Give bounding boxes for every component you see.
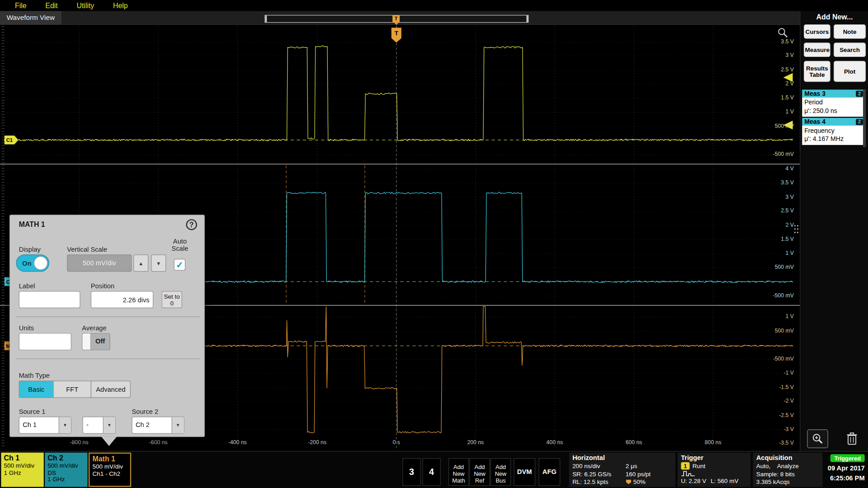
toggle-knob xyxy=(34,256,48,270)
operator-value: - xyxy=(83,417,103,433)
display-toggle[interactable]: On xyxy=(16,254,49,272)
panel-drag-handle[interactable] xyxy=(797,232,798,233)
add-new-search-button[interactable]: Search xyxy=(834,42,866,57)
add-new-note-button[interactable]: Note xyxy=(834,24,866,39)
panel-drag-handle[interactable] xyxy=(794,228,796,230)
status-time: 6:25:06 PM xyxy=(824,474,865,482)
horizontal-panel[interactable]: Horizontal 200 ns/div2 μsSR: 6.25 GS/s16… xyxy=(569,453,675,487)
units-label: Units xyxy=(19,324,34,332)
horizontal-position-icon xyxy=(626,479,633,485)
ch2-bandwidth: 1 GHz xyxy=(47,476,85,483)
add-new-cursors-button[interactable]: Cursors xyxy=(804,24,830,39)
add-new-ref-button[interactable]: Add New Ref xyxy=(469,458,490,486)
panel-drag-handle[interactable] xyxy=(797,225,798,226)
meas-name: Meas 3 xyxy=(804,90,826,97)
ch2-name: Ch 2 xyxy=(47,454,85,462)
source2-dropdown[interactable]: Ch 2 ▼ xyxy=(132,417,184,434)
trigger-level-arrow[interactable] xyxy=(783,73,793,82)
math-type-basic[interactable]: Basic xyxy=(19,380,54,398)
chevron-down-icon: ▼ xyxy=(172,417,184,433)
zoom-icon xyxy=(811,433,824,445)
afg-button[interactable]: AFG xyxy=(538,458,560,486)
trigger-panel[interactable]: Trigger 1 Runt U: 2.28 V L: 560 mV xyxy=(678,453,751,487)
average-toggle[interactable]: Off xyxy=(82,333,110,350)
meas-scrollbar[interactable] xyxy=(863,89,866,147)
meas-card-header: Meas 32 xyxy=(802,89,865,97)
acquisition-analyze: Analyze xyxy=(777,462,799,470)
record-view-bar[interactable]: T xyxy=(264,15,528,23)
dvm-button[interactable]: DVM xyxy=(514,458,535,486)
meas-card[interactable]: Meas 42Frequencyμ': 4.167 MHz xyxy=(802,118,865,145)
meas-card-body: Frequencyμ': 4.167 MHz xyxy=(802,126,865,145)
add-new-measure-button[interactable]: Measure xyxy=(804,42,830,57)
trigger-title: Trigger xyxy=(681,454,747,462)
panel-drag-handle[interactable] xyxy=(794,232,796,233)
auto-scale-checkbox[interactable]: ✓ xyxy=(174,259,185,271)
menu-item-utility[interactable]: Utility xyxy=(67,1,104,9)
toggle-knob xyxy=(82,333,90,350)
label-field-label: Label xyxy=(19,282,35,290)
magnifier-icon[interactable] xyxy=(784,34,787,37)
source1-dropdown[interactable]: Ch 1 ▼ xyxy=(19,417,71,434)
position-input[interactable] xyxy=(91,291,153,308)
units-input[interactable] xyxy=(19,333,71,350)
panel-drag-handle[interactable] xyxy=(794,225,796,226)
trigger-upper-level: U: 2.28 V xyxy=(681,477,706,485)
panel-divider xyxy=(800,11,800,450)
meas-card-body: Periodμ': 250.0 ns xyxy=(802,98,865,117)
horizontal-value: RL: 12.5 kpts xyxy=(572,478,626,486)
divider xyxy=(15,316,200,317)
zoom-button[interactable] xyxy=(807,429,828,448)
math1-badge[interactable]: Math 1 500 mV/div Ch1 - Ch2 xyxy=(89,453,131,487)
add-new-bus-button[interactable]: Add New Bus xyxy=(491,458,511,486)
source2-label: Source 2 xyxy=(132,408,158,415)
record-trigger-marker[interactable]: T xyxy=(392,15,400,23)
acquisition-title: Acquisition xyxy=(756,454,820,462)
meas-card[interactable]: Meas 32Periodμ': 250.0 ns xyxy=(802,89,865,117)
math1-name: Math 1 xyxy=(92,455,127,463)
math-type-advanced[interactable]: Advanced xyxy=(91,380,131,398)
horizontal-position-value: 50% xyxy=(633,479,646,485)
runt-pulse-icon xyxy=(681,470,695,477)
menu-item-help[interactable]: Help xyxy=(104,1,137,9)
ch1-name: Ch 1 xyxy=(4,454,41,462)
menu-item-edit[interactable]: Edit xyxy=(36,1,67,9)
position-label: Position xyxy=(91,282,114,290)
operator-dropdown[interactable]: - ▼ xyxy=(82,417,115,434)
help-icon[interactable]: ? xyxy=(186,219,197,230)
magnifier-icon[interactable] xyxy=(778,28,784,34)
trigger-lower-level: L: 560 mV xyxy=(711,477,738,485)
menu-item-file[interactable]: File xyxy=(5,1,36,9)
source1-label: Source 1 xyxy=(19,408,46,415)
add-new-results-table-button[interactable]: Results Table xyxy=(804,61,830,82)
scale-up-button[interactable]: ▲ xyxy=(133,254,148,272)
ch2-badge[interactable]: Ch 2 500 mV/div DS 1 GHz xyxy=(45,453,87,487)
ch2-scale: 500 mV/div xyxy=(47,462,85,469)
add-new-plot-button[interactable]: Plot xyxy=(834,61,866,82)
status-date: 09 Apr 2017 xyxy=(824,464,865,472)
tab-waveform-view[interactable]: Waveform View xyxy=(0,11,61,25)
trash-icon xyxy=(845,432,859,446)
vertical-scale-field[interactable]: 500 mV/div xyxy=(67,254,132,272)
tab-strip: Waveform View T xyxy=(0,11,800,25)
label-input[interactable] xyxy=(19,291,80,308)
delete-button[interactable] xyxy=(841,429,863,448)
acquisition-panel[interactable]: Acquisition Auto, Analyze Sample: 8 bits… xyxy=(753,453,822,487)
scale-down-button[interactable]: ▼ xyxy=(151,254,166,272)
panel-drag-handle[interactable] xyxy=(797,228,798,230)
acquisition-sample: Sample: 8 bits xyxy=(756,470,795,478)
digital-3-button[interactable]: 3 xyxy=(402,458,420,486)
trigger-type: Runt xyxy=(693,462,705,470)
add-new-math-button[interactable]: Add New Math xyxy=(448,458,469,486)
divider xyxy=(15,358,200,359)
horizontal-value: SR: 6.25 GS/s xyxy=(572,470,626,478)
set-to-zero-button[interactable]: Set to 0 xyxy=(162,291,182,308)
horizontal-row: SR: 6.25 GS/s160 ps/pt xyxy=(572,470,672,478)
math-type-fft[interactable]: FFT xyxy=(53,380,91,398)
ch1-badge[interactable]: Ch 1 500 mV/div 1 GHz xyxy=(1,453,43,487)
trigger-level-arrow[interactable] xyxy=(783,121,793,130)
digital-4-button[interactable]: 4 xyxy=(422,458,440,486)
acquisition-mode: Auto, xyxy=(756,462,770,470)
math1-expression: Ch1 - Ch2 xyxy=(92,470,127,477)
math1-scale: 500 mV/div xyxy=(92,463,127,470)
